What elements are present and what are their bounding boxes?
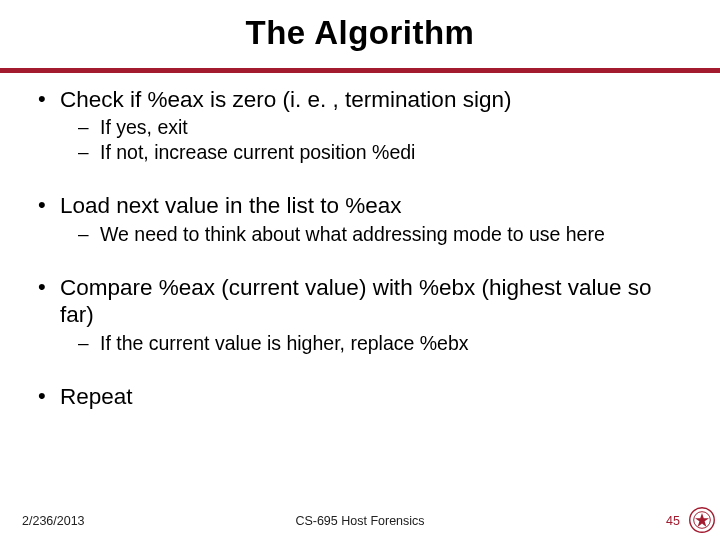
- bullet-text: Check if %eax is zero (i. e. , terminati…: [60, 87, 511, 112]
- list-item: Load next value in the list to %eax We n…: [34, 192, 690, 246]
- list-item: Repeat: [34, 383, 690, 410]
- footer-page-number: 45: [666, 514, 680, 528]
- slide: The Algorithm Check if %eax is zero (i. …: [0, 0, 720, 540]
- list-item: If the current value is higher, replace …: [74, 331, 690, 355]
- bullet-text: If not, increase current position %edi: [100, 141, 415, 163]
- slide-body: Check if %eax is zero (i. e. , terminati…: [34, 86, 690, 413]
- list-item: Compare %eax (current value) with %ebx (…: [34, 274, 690, 355]
- sub-list: If yes, exit If not, increase current po…: [60, 115, 690, 164]
- bullet-list: Check if %eax is zero (i. e. , terminati…: [34, 86, 690, 164]
- sub-list: We need to think about what addressing m…: [60, 222, 690, 246]
- spacer: [34, 166, 690, 192]
- spacer: [34, 357, 690, 383]
- bullet-list: Repeat: [34, 383, 690, 410]
- bullet-text: If yes, exit: [100, 116, 188, 138]
- bullet-text: We need to think about what addressing m…: [100, 223, 605, 245]
- bullet-list: Compare %eax (current value) with %ebx (…: [34, 274, 690, 355]
- seal-icon: [688, 506, 716, 534]
- sub-list: If the current value is higher, replace …: [60, 331, 690, 355]
- list-item: Check if %eax is zero (i. e. , terminati…: [34, 86, 690, 164]
- bullet-list: Load next value in the list to %eax We n…: [34, 192, 690, 246]
- bullet-text: Compare %eax (current value) with %ebx (…: [60, 275, 652, 327]
- bullet-text: Repeat: [60, 384, 133, 409]
- title-rule: [0, 68, 720, 73]
- list-item: If not, increase current position %edi: [74, 140, 690, 164]
- list-item: If yes, exit: [74, 115, 690, 139]
- bullet-text: If the current value is higher, replace …: [100, 332, 469, 354]
- slide-title: The Algorithm: [0, 0, 720, 52]
- list-item: We need to think about what addressing m…: [74, 222, 690, 246]
- footer-course: CS-695 Host Forensics: [0, 514, 720, 528]
- spacer: [34, 248, 690, 274]
- bullet-text: Load next value in the list to %eax: [60, 193, 401, 218]
